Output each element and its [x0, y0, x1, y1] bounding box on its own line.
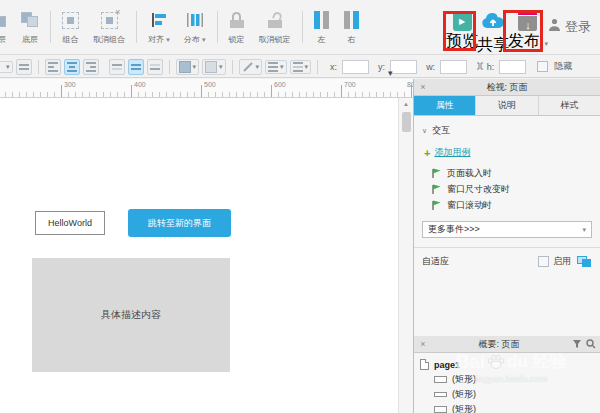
event-item-window-scroll[interactable]: 窗口滚动时: [422, 197, 592, 213]
chevron-down-icon: ▾: [582, 226, 586, 234]
inspector-header: × 检视: 页面: [414, 79, 600, 96]
line-width-dropdown[interactable]: ▾: [239, 59, 263, 75]
page-name: page1: [434, 360, 460, 370]
distribute-button[interactable]: 分布 ▾: [177, 7, 213, 47]
close-icon[interactable]: ×: [414, 82, 432, 92]
canvas-description-box[interactable]: 具体描述内容: [32, 258, 230, 372]
user-icon: [548, 18, 561, 36]
scroll-up-arrow-icon[interactable]: ▲: [399, 98, 413, 110]
fill-color-swatch: [179, 61, 191, 73]
inspector-panel: × 检视: 页面 属性 说明 样式 ∨ 交互 + 添加用例 页面载入时: [413, 79, 600, 413]
canvas-jump-button[interactable]: 跳转至新的界面: [128, 209, 231, 237]
font-size-dropdown[interactable]: ▾: [0, 61, 13, 73]
group-button[interactable]: 组合: [55, 7, 86, 47]
align-icon: [150, 9, 168, 31]
toolbar-label: 左: [318, 34, 326, 45]
login-button[interactable]: 登录: [548, 18, 591, 36]
inspector-content: ∨ 交互 + 添加用例 页面载入时 窗口尺寸改变时 窗口滚动时 更多事件>>>: [414, 116, 600, 336]
align-text-bottom-button[interactable]: [147, 59, 163, 75]
hide-checkbox[interactable]: [537, 61, 548, 72]
tree-item-label: (矩形): [452, 403, 476, 413]
hide-label: 隐藏: [554, 60, 572, 73]
publish-label: 发布 ▾: [508, 31, 548, 52]
design-canvas[interactable]: 300 400 500 600 700 800 ▾ HelloWorld 跳转至…: [0, 79, 413, 413]
scrollbar-thumb[interactable]: [402, 112, 411, 132]
chevron-down-icon: ∨: [422, 127, 427, 135]
preview-button[interactable]: ▶ 预览: [446, 12, 478, 52]
align-text-right-button[interactable]: [83, 59, 99, 75]
adaptive-views-icon[interactable]: [577, 256, 592, 268]
group-icon: [62, 9, 79, 31]
align-text-left-button[interactable]: [45, 59, 61, 75]
add-case-label: 添加用例: [434, 146, 470, 159]
tree-item-page[interactable]: page1: [420, 357, 600, 372]
fill-color-dropdown[interactable]: ▾: [176, 59, 200, 75]
tab-style[interactable]: 样式: [539, 96, 600, 115]
tab-properties[interactable]: 属性: [414, 96, 476, 115]
interaction-section-label: 交互: [432, 124, 450, 137]
align-button[interactable]: 对齐 ▾: [141, 7, 177, 47]
align-left-edge-icon: [314, 9, 329, 31]
divider: [414, 247, 600, 248]
more-events-dropdown[interactable]: 更多事件>>> ▾: [422, 221, 592, 238]
tree-item-rectangle[interactable]: (矩形): [420, 402, 600, 413]
outline-tree: page1 (矩形) (矩形) (矩形): [414, 353, 600, 413]
text-style-button[interactable]: [16, 59, 32, 75]
search-icon[interactable]: [586, 339, 596, 349]
event-item-page-load[interactable]: 页面载入时: [422, 165, 592, 181]
add-case-button[interactable]: + 添加用例: [424, 146, 592, 159]
ungroup-button[interactable]: × 取消组合: [86, 7, 132, 47]
ruler-label: 400: [134, 81, 146, 88]
pen-line-icon: [242, 61, 254, 73]
h-input[interactable]: [499, 60, 526, 74]
login-label: 登录: [565, 18, 591, 36]
toolbar-label: 顶层: [0, 34, 6, 45]
canvas-textbox-helloworld[interactable]: HelloWorld: [35, 211, 105, 235]
x-input[interactable]: [342, 60, 369, 74]
canvas-vertical-scrollbar[interactable]: ▲: [398, 98, 413, 413]
align-right-edge-button[interactable]: 右: [337, 7, 367, 47]
event-item-window-resize[interactable]: 窗口尺寸改变时: [422, 181, 592, 197]
h-field-label: h:: [476, 62, 494, 72]
share-button[interactable]: 共享: [477, 12, 509, 55]
y-input[interactable]: [390, 60, 417, 74]
enable-label: 启用: [553, 255, 571, 268]
close-icon[interactable]: ×: [414, 339, 432, 349]
publish-button[interactable]: ↓ 发布 ▾: [508, 12, 548, 52]
align-text-middle-button[interactable]: [128, 59, 144, 75]
tree-item-rectangle[interactable]: (矩形): [420, 387, 600, 402]
toolbar-label: 锁定: [229, 34, 245, 45]
filter-funnel-icon[interactable]: [572, 339, 582, 349]
w-input[interactable]: [440, 60, 467, 74]
align-text-center-button[interactable]: [64, 59, 80, 75]
line-style-dropdown[interactable]: ▾: [265, 60, 287, 74]
outline-header: × 概要: 页面: [414, 336, 600, 353]
unlock-button[interactable]: 取消锁定: [252, 7, 298, 47]
rectangle-icon: [434, 376, 447, 383]
lock-button[interactable]: 锁定: [222, 7, 252, 47]
tab-notes[interactable]: 说明: [476, 96, 538, 115]
share-cloud-icon: [481, 12, 505, 35]
border-color-dropdown[interactable]: ▾: [202, 59, 226, 75]
inspector-title: 检视: 页面: [432, 81, 582, 94]
toolbar-label: 对齐 ▾: [148, 34, 170, 45]
adaptive-enable-checkbox[interactable]: [538, 256, 549, 267]
align-left-edge-button[interactable]: 左: [307, 7, 337, 47]
link-ratio-icon[interactable]: [476, 62, 484, 70]
canvas-options-caret-icon[interactable]: ▾: [388, 68, 393, 78]
adaptive-label: 自适应: [422, 255, 538, 268]
border-color-swatch: [205, 61, 217, 73]
bring-to-front-button[interactable]: 顶层: [0, 7, 14, 47]
preview-label: 预览: [446, 31, 478, 52]
axure-app-window: 顶层 底层 组合 × 取消组合 对齐 ▾ 分布 ▾: [0, 0, 600, 413]
send-to-back-button[interactable]: 底层: [14, 7, 46, 47]
interaction-section-header[interactable]: ∨ 交互: [422, 124, 592, 137]
horizontal-ruler: 300 400 500 600 700 800 ▾: [0, 79, 413, 98]
arrow-style-dropdown[interactable]: ▾: [290, 60, 312, 74]
toolbar-separator: [136, 11, 137, 43]
tree-item-rectangle[interactable]: (矩形): [420, 372, 600, 387]
outline-title: 概要: 页面: [432, 338, 566, 351]
toolbar-separator: [169, 60, 170, 74]
rectangle-icon: [434, 392, 447, 397]
align-text-top-button[interactable]: [109, 59, 125, 75]
